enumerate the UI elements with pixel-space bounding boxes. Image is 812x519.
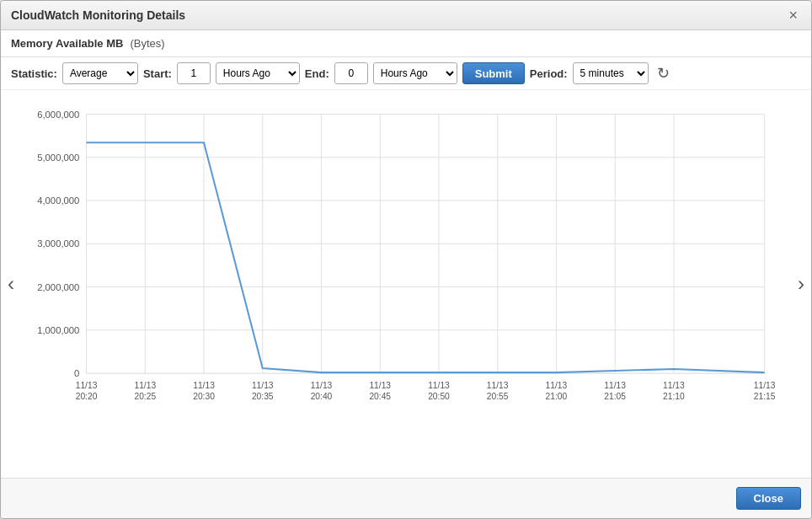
end-hours-select[interactable]: Hours Ago Days Ago Minutes Ago: [373, 62, 457, 84]
svg-text:1,000,000: 1,000,000: [37, 325, 79, 335]
statistic-select[interactable]: Average Sum Minimum Maximum SampleCount: [62, 62, 138, 84]
svg-text:20:30: 20:30: [193, 392, 215, 401]
modal-footer: Close: [1, 478, 811, 518]
svg-text:11/13: 11/13: [252, 381, 274, 390]
svg-text:4,000,000: 4,000,000: [37, 195, 79, 206]
svg-text:11/13: 11/13: [428, 381, 450, 390]
modal-title: CloudWatch Monitoring Details: [11, 8, 185, 22]
svg-text:20:45: 20:45: [369, 392, 391, 401]
svg-text:20:20: 20:20: [76, 392, 98, 401]
chart-container: 6,000,000 5,000,000 4,000,000 3,000,000 …: [35, 99, 777, 436]
chart-next-button[interactable]: ›: [791, 269, 811, 299]
svg-text:6,000,000: 6,000,000: [37, 110, 79, 120]
svg-text:20:25: 20:25: [134, 392, 156, 401]
period-select[interactable]: 1 minute 5 minutes 15 minutes 1 hour 6 h…: [573, 62, 649, 84]
svg-text:0: 0: [74, 368, 79, 378]
svg-text:21:00: 21:00: [546, 392, 568, 401]
svg-text:11/13: 11/13: [546, 381, 568, 390]
submit-button[interactable]: Submit: [462, 62, 525, 84]
svg-text:11/13: 11/13: [311, 381, 333, 390]
metric-unit: (Bytes): [130, 37, 164, 50]
svg-text:3,000,000: 3,000,000: [37, 238, 79, 249]
chart-area: ‹ › 6,000,000 5,000,000 4,000,000 3,000,…: [1, 90, 811, 478]
svg-text:11/13: 11/13: [663, 381, 685, 390]
svg-text:11/13: 11/13: [134, 381, 156, 390]
metric-name: Memory Available MB: [11, 37, 123, 50]
close-button[interactable]: Close: [736, 487, 801, 510]
end-label: End:: [305, 67, 329, 80]
modal-close-x-button[interactable]: ×: [785, 8, 801, 23]
svg-text:11/13: 11/13: [76, 381, 98, 390]
start-input[interactable]: 1: [177, 62, 211, 84]
svg-text:11/13: 11/13: [369, 381, 391, 390]
svg-text:20:50: 20:50: [428, 392, 450, 401]
refresh-button[interactable]: ↻: [654, 64, 673, 83]
chart-svg: 6,000,000 5,000,000 4,000,000 3,000,000 …: [35, 99, 777, 436]
svg-text:2,000,000: 2,000,000: [37, 282, 79, 292]
svg-text:21:10: 21:10: [663, 392, 685, 401]
statistic-label: Statistic:: [11, 67, 57, 80]
svg-text:11/13: 11/13: [487, 381, 509, 390]
svg-text:11/13: 11/13: [754, 381, 776, 390]
start-hours-select[interactable]: Hours Ago Days Ago Minutes Ago: [216, 62, 300, 84]
svg-text:20:35: 20:35: [252, 392, 274, 401]
controls-row: Statistic: Average Sum Minimum Maximum S…: [1, 57, 811, 90]
start-label: Start:: [143, 67, 172, 80]
svg-text:11/13: 11/13: [604, 381, 626, 390]
modal-header: CloudWatch Monitoring Details ×: [1, 1, 811, 30]
period-label: Period:: [530, 67, 568, 80]
svg-text:20:55: 20:55: [487, 392, 509, 401]
chart-prev-button[interactable]: ‹: [1, 269, 21, 299]
svg-text:20:40: 20:40: [311, 392, 333, 401]
cloudwatch-modal: CloudWatch Monitoring Details × Memory A…: [0, 0, 812, 519]
metric-label-bar: Memory Available MB (Bytes): [1, 30, 811, 57]
end-input[interactable]: 0: [334, 62, 368, 84]
svg-text:5,000,000: 5,000,000: [37, 152, 79, 163]
svg-text:11/13: 11/13: [193, 381, 215, 390]
svg-text:21:05: 21:05: [604, 392, 626, 401]
svg-text:21:15: 21:15: [754, 392, 776, 401]
